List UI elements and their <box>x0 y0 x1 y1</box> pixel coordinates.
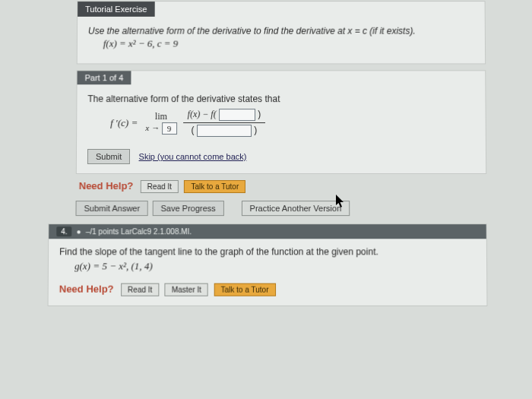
tutorial-formula: f(x) = x² − 6, c = 9 <box>103 38 474 50</box>
question-number: 4. <box>56 226 71 236</box>
denominator-input[interactable] <box>197 125 252 137</box>
fprime-label: f ′(c) = <box>110 117 138 129</box>
read-it-button[interactable]: Read It <box>141 180 179 193</box>
bullet-icon: ● <box>77 227 81 236</box>
question-points: –/1 points LarCalc9 2.1.008.MI. <box>86 227 192 236</box>
part1-tab: Part 1 of 4 <box>78 71 131 84</box>
master-it-button[interactable]: Master It <box>165 283 208 296</box>
submit-step-button[interactable]: Submit <box>87 149 130 164</box>
denominator-suffix: ) <box>254 125 257 135</box>
submit-answer-button[interactable]: Submit Answer <box>75 201 148 216</box>
tutorial-instruction: Use the alternative form of the derivati… <box>88 26 474 36</box>
talk-tutor-button-2[interactable]: Talk to a Tutor <box>214 283 275 296</box>
skip-step-link[interactable]: Skip (you cannot come back) <box>135 150 252 163</box>
denominator-prefix: ( <box>192 125 195 135</box>
tutorial-tab: Tutorial Exercise <box>78 2 154 17</box>
limit-expression: lim x → 9 <box>145 111 176 135</box>
q4-prompt: Find the slope of the tangent line to th… <box>59 246 476 257</box>
need-help-label: Need Help? <box>79 180 134 192</box>
q4-formula: g(x) = 5 − x², (1, 4) <box>74 260 476 272</box>
part1-statement: The alternative form of the derivative s… <box>87 93 474 104</box>
practice-another-button[interactable]: Practice Another Version <box>241 201 350 216</box>
numerator-input[interactable] <box>219 109 255 121</box>
need-help-label-2: Need Help? <box>59 283 114 295</box>
read-it-button-2[interactable]: Read It <box>121 283 160 296</box>
save-progress-button[interactable]: Save Progress <box>152 201 223 216</box>
talk-tutor-button[interactable]: Talk to a Tutor <box>184 180 245 193</box>
numerator-suffix: ) <box>258 109 261 119</box>
numerator-prefix: f(x) − f( <box>188 109 217 119</box>
limit-c-input[interactable]: 9 <box>162 122 177 135</box>
